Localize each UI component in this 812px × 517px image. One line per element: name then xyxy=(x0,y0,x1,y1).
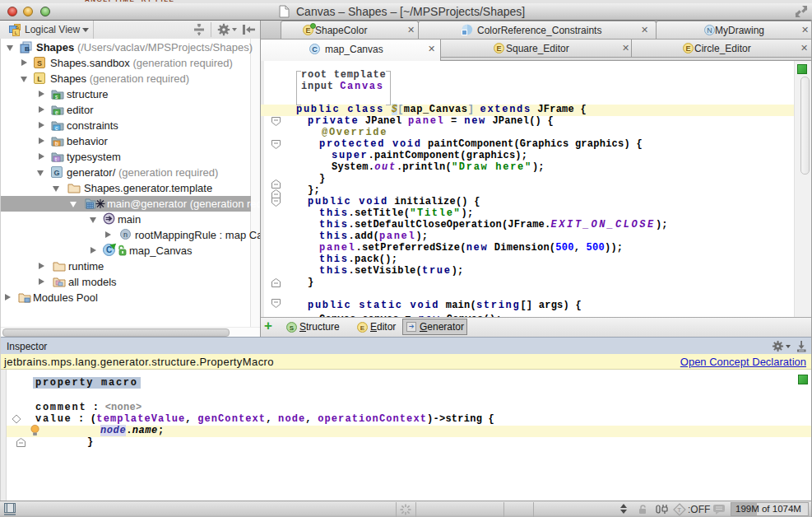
svg-text:B: B xyxy=(25,45,30,53)
svg-text:b: b xyxy=(55,141,58,147)
svg-text:t: t xyxy=(55,156,57,162)
svg-text:e: e xyxy=(55,109,58,115)
svg-text:T: T xyxy=(677,506,681,514)
